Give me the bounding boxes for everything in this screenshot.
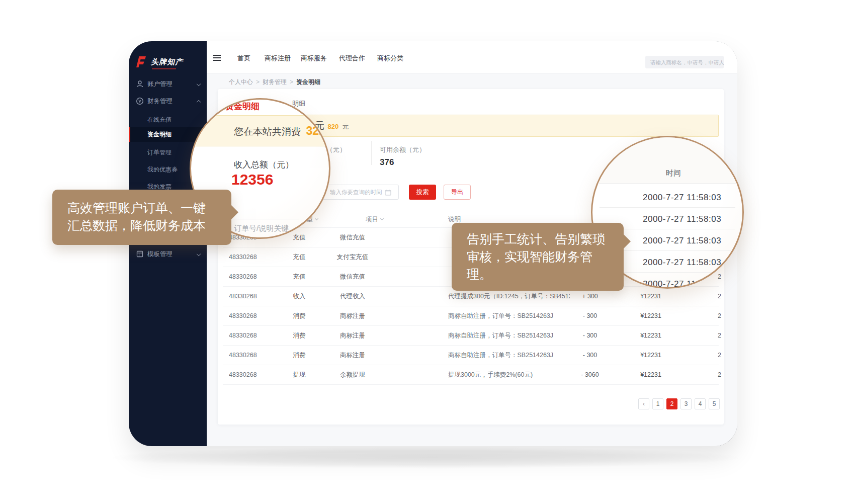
breadcrumb-current: 资金明细 — [296, 78, 320, 86]
stat-expense-unit: （元） — [326, 145, 346, 154]
trademark-search-input[interactable] — [645, 56, 724, 68]
pagination-page-5[interactable]: 5 — [709, 398, 720, 409]
magnified-income-value: 12356 — [231, 171, 273, 188]
magnified-time-cell: 2000-7-27 11:58:03 — [643, 236, 721, 246]
magnified-consumption-banner: 您在本站共消费 32124 — [190, 115, 330, 146]
callout-left: 高效管理账户订单、一键 汇总数据，降低财务成本 — [52, 190, 231, 245]
sidebar-item-fund-detail[interactable]: 资金明细 — [129, 127, 207, 142]
table-row[interactable]: 48330268消费商标注册商标自助注册，订单号：SB2514263J- 300… — [223, 326, 719, 346]
calendar-icon[interactable] — [385, 189, 391, 196]
table-row[interactable]: 48330268提现余额提现提现3000元，手续费2%(60元)- 3060¥1… — [223, 365, 719, 385]
magnified-time-cell: 2000-7-27 11:58:03 — [643, 193, 721, 203]
top-navbar: 首页 商标注册 商标服务 代理合作 商标分类 — [207, 41, 737, 73]
chevron-up-icon — [197, 100, 201, 104]
chevron-down-icon — [197, 82, 201, 86]
user-icon — [136, 80, 144, 88]
stat-balance-value: 376 — [380, 157, 394, 167]
sidebar-item-online-recharge[interactable]: 在线充值 — [129, 112, 207, 127]
nav-trademark-category[interactable]: 商标分类 — [377, 54, 403, 63]
pagination-page-2-active[interactable]: 2 — [666, 398, 677, 409]
consumption-amount: 820 — [327, 123, 338, 130]
sidebar-item-label: 财务管理 — [147, 94, 173, 109]
template-icon — [136, 250, 144, 258]
chevron-down-icon — [197, 252, 201, 256]
nav-agent-cooperation[interactable]: 代理合作 — [339, 54, 365, 63]
active-indicator — [129, 127, 130, 142]
sidebar-item-templates[interactable]: 模板管理 — [129, 246, 207, 262]
pagination-page-3[interactable]: 3 — [680, 398, 692, 409]
stat-balance-label: 可用余额（元） — [380, 145, 425, 154]
brand-tagline-mark — [152, 68, 176, 69]
pagination-prev-button[interactable]: ‹ — [638, 398, 649, 409]
magnified-income-label: 收入总额（元） — [234, 159, 294, 171]
pagination-page-4[interactable]: 4 — [695, 398, 706, 409]
pagination-page-1[interactable]: 1 — [652, 398, 663, 409]
export-button[interactable]: 导出 — [444, 185, 471, 200]
callout-right: 告别手工统计、告别繁琐 审核，实现智能财务管 理。 — [452, 223, 624, 291]
table-row[interactable]: 48330268消费商标注册商标自助注册，订单号：SB2514263J- 300… — [223, 306, 719, 326]
sidebar-item-label: 账户管理 — [147, 76, 173, 92]
hamburger-icon[interactable] — [213, 55, 221, 61]
magnified-time-cell: 2000-7-27 11:58:03 — [643, 214, 721, 224]
laptop-base — [20, 444, 833, 472]
nav-trademark-service[interactable]: 商标服务 — [301, 54, 327, 63]
magnified-time-cell: 2000-7-27 11:58:03 — [643, 258, 721, 268]
sidebar-item-finance[interactable]: 财务管理 — [129, 94, 207, 109]
nav-home[interactable]: 首页 — [237, 54, 250, 63]
magnified-keyword-placeholder: 订单号/说明关键 — [234, 224, 289, 233]
pagination: ‹ 1 2 3 4 5 — [638, 398, 720, 409]
breadcrumb-item[interactable]: 财务管理 — [263, 78, 287, 86]
brand-logo-icon — [135, 55, 147, 68]
breadcrumb: 个人中心>财务管理>资金明细 — [229, 78, 320, 87]
sidebar-item-account[interactable]: 账户管理 — [129, 76, 207, 92]
sort-caret-icon — [380, 217, 384, 220]
divider — [371, 141, 372, 165]
breadcrumb-item[interactable]: 个人中心 — [229, 78, 253, 86]
col-header-project[interactable]: 项目 — [366, 211, 383, 228]
magnified-time-header: 时间 — [666, 169, 681, 178]
finance-icon — [136, 97, 144, 105]
brand-name: 头牌知产 — [151, 57, 183, 67]
nav-trademark-register[interactable]: 商标注册 — [265, 54, 291, 63]
page: 头牌知产 账户管理 财务管理 — [0, 0, 853, 504]
divider — [600, 207, 735, 208]
brand-logo[interactable]: 头牌知产 — [135, 54, 205, 71]
table-row[interactable]: 48330268消费商标注册商标自助注册，订单号：SB2514263J- 300… — [223, 346, 719, 365]
sort-caret-icon — [315, 217, 318, 220]
search-button[interactable]: 搜索 — [409, 185, 436, 200]
